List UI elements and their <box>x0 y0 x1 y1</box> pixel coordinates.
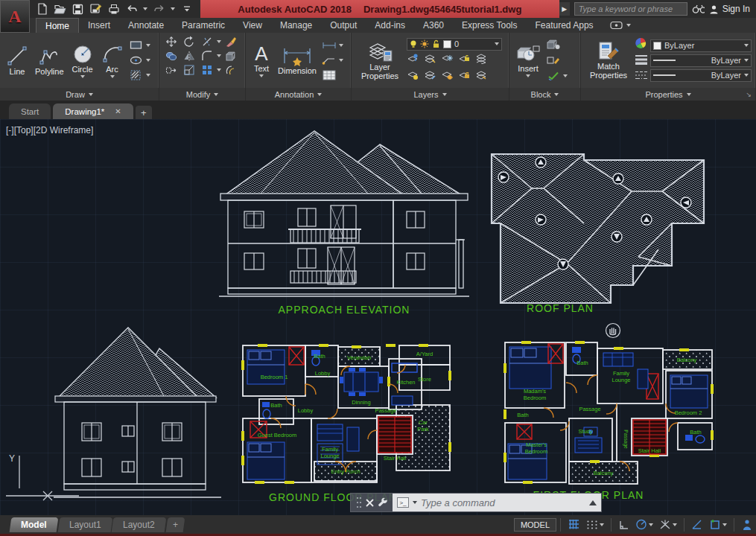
snap-mode-icon[interactable] <box>583 517 607 532</box>
leader-caret[interactable] <box>339 59 343 62</box>
hatch-icon[interactable] <box>128 68 144 83</box>
sign-in-button[interactable]: Sign In <box>709 4 756 14</box>
layer-properties-button[interactable]: Layer Properties <box>355 39 404 81</box>
ribbon-tab-manage[interactable]: Manage <box>271 18 321 33</box>
leader-icon[interactable] <box>321 54 337 68</box>
undo-dropdown-caret[interactable] <box>143 7 147 10</box>
layer-previous-icon[interactable] <box>475 69 488 83</box>
linetype-icon[interactable] <box>635 70 648 83</box>
recent-commands-caret[interactable] <box>413 501 417 504</box>
layer-off-icon[interactable] <box>407 53 419 67</box>
plot-icon[interactable] <box>107 3 120 16</box>
command-line-grip[interactable] <box>351 494 393 511</box>
save-as-icon[interactable] <box>89 3 102 16</box>
polar-caret[interactable] <box>649 523 653 526</box>
line-button[interactable]: Line <box>4 44 31 77</box>
modify-panel-label[interactable]: Modify <box>159 88 245 100</box>
ribbon-tab-featured-apps[interactable]: Featured Apps <box>527 18 603 33</box>
lineweight-combo[interactable]: ByLayer <box>650 54 752 67</box>
undo-icon[interactable] <box>125 3 138 16</box>
customize-wrench-icon[interactable] <box>378 497 388 508</box>
color-wheel-icon[interactable] <box>635 37 648 52</box>
ribbon-tab-insert[interactable]: Insert <box>79 18 119 33</box>
command-prompt-icon[interactable]: >_ <box>397 497 409 508</box>
layer-freeze-icon[interactable] <box>441 53 454 67</box>
attribute-caret[interactable] <box>563 74 568 77</box>
ribbon-tab-a360[interactable]: A360 <box>414 18 453 33</box>
block-panel-label[interactable]: Block <box>509 88 580 100</box>
mirror-icon[interactable] <box>181 48 197 63</box>
object-snap-icon[interactable] <box>706 517 730 532</box>
object-color-combo[interactable]: ByLayer <box>650 39 752 52</box>
layer-on-icon[interactable] <box>407 69 419 83</box>
dimension-button[interactable]: Dimension <box>276 45 319 77</box>
isoplane-caret[interactable] <box>673 523 677 526</box>
arc-dropdown-caret[interactable] <box>110 75 115 78</box>
approach-elevation-title[interactable]: APPROACH ELEVATION <box>219 304 469 316</box>
ribbon-tab-addins[interactable]: Add-ins <box>366 18 414 33</box>
polar-tracking-icon[interactable] <box>632 517 656 532</box>
application-menu-button[interactable]: A <box>0 0 30 33</box>
layer-unlock2-icon[interactable] <box>458 69 471 83</box>
lineweight-icon[interactable] <box>635 54 648 68</box>
file-tab-start[interactable]: Start <box>9 103 51 119</box>
model-tab[interactable]: Model <box>10 517 58 532</box>
ribbon-tab-home[interactable]: Home <box>36 18 79 33</box>
redo-icon[interactable] <box>153 3 165 16</box>
offset-icon[interactable] <box>223 63 239 77</box>
fillet-icon[interactable] <box>199 48 215 63</box>
ribbon-tab-parametric[interactable]: Parametric <box>173 18 234 33</box>
layer-states-icon[interactable] <box>475 53 488 67</box>
title-overflow-arrow[interactable]: ▶ <box>559 2 570 16</box>
attribute-check-icon[interactable] <box>545 69 562 83</box>
new-layout-button[interactable]: + <box>166 517 185 532</box>
layer-lock-icon[interactable] <box>458 53 471 67</box>
roof-plan-drawing[interactable] <box>486 138 709 305</box>
ribbon-options-icon[interactable] <box>610 18 631 33</box>
approach-elevation-drawing[interactable] <box>219 128 469 301</box>
command-history-toggle[interactable] <box>589 500 597 505</box>
draw-panel-label[interactable]: Draw <box>0 88 159 100</box>
ellipse-caret[interactable] <box>146 59 150 62</box>
edit-attributes-icon[interactable] <box>545 54 562 68</box>
layout1-tab[interactable]: Layout1 <box>57 517 112 532</box>
properties-panel-label[interactable]: Properties ↘ <box>581 88 755 100</box>
osnap-tracking-icon[interactable] <box>688 517 706 532</box>
erase-icon[interactable] <box>223 34 239 48</box>
redo-dropdown-caret[interactable] <box>171 7 175 10</box>
rectangle-icon[interactable] <box>128 39 144 53</box>
fillet-caret[interactable] <box>217 54 221 57</box>
trim-caret[interactable] <box>217 40 221 43</box>
rectangle-caret[interactable] <box>146 44 150 47</box>
ribbon-tab-view[interactable]: View <box>234 18 271 33</box>
search-binoculars-icon[interactable] <box>692 3 705 16</box>
table-icon[interactable] <box>321 68 337 83</box>
insert-button[interactable]: Insert <box>513 42 543 78</box>
new-tab-button[interactable]: + <box>136 106 152 119</box>
isolate-objects-icon[interactable] <box>738 517 756 532</box>
ground-floor-plan-drawing[interactable]: Bedroom 1 Bath Lobby Verandah Dinning Ki… <box>240 338 463 487</box>
viewport-controls[interactable]: [-][Top][2D Wireframe] <box>6 125 93 135</box>
first-floor-plan-drawing[interactable]: Madam's Bedroom Bath Family Lounge Balco… <box>501 335 717 488</box>
layout2-tab[interactable]: Layout2 <box>112 517 167 532</box>
new-file-icon[interactable] <box>36 3 48 16</box>
ribbon-tab-annotate[interactable]: Annotate <box>119 18 173 33</box>
close-command-icon[interactable] <box>366 499 374 507</box>
search-input[interactable] <box>575 4 687 13</box>
copy-icon[interactable] <box>163 48 180 63</box>
array-caret[interactable] <box>217 68 221 71</box>
layer-unisolate-icon[interactable] <box>424 69 436 83</box>
ribbon-tab-output[interactable]: Output <box>321 18 366 33</box>
arc-button[interactable]: Arc <box>99 42 126 79</box>
stretch-icon[interactable] <box>163 63 180 77</box>
command-input[interactable] <box>421 497 585 508</box>
layer-select-combo[interactable]: 0 <box>407 38 502 51</box>
qat-customize-icon[interactable] <box>180 3 193 16</box>
close-tab-icon[interactable]: ✕ <box>115 107 121 115</box>
explode-icon[interactable] <box>223 48 239 63</box>
text-button[interactable]: A Text <box>250 42 273 78</box>
ellipse-icon[interactable] <box>128 54 144 68</box>
object-snap-caret[interactable] <box>722 523 727 526</box>
scale-icon[interactable] <box>181 63 197 77</box>
array-icon[interactable] <box>199 63 215 77</box>
